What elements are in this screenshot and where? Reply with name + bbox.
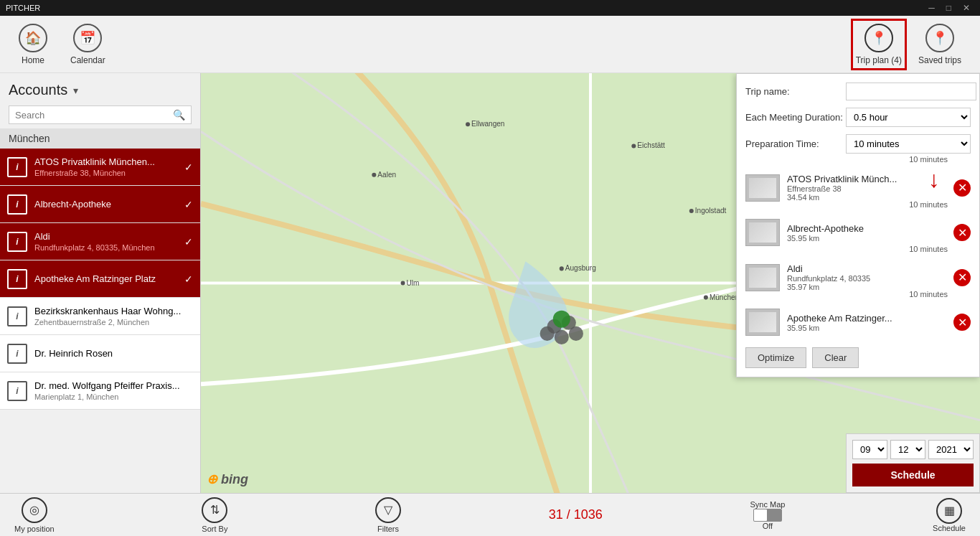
trip-name-input[interactable] (846, 83, 976, 100)
svg-text:Augsburg: Augsburg (565, 264, 596, 272)
filters-icon: ▽ (375, 497, 401, 523)
schedule-label: Schedule (933, 524, 966, 532)
accounts-title: Accounts (9, 82, 67, 98)
account-subtitle: Zehentbauernstraße 2, München (34, 318, 193, 326)
svg-text:Ulm: Ulm (407, 279, 420, 287)
svg-point-9 (689, 209, 694, 213)
account-name: Apotheke Am Ratzinger Platz (34, 273, 180, 284)
maximize-btn[interactable]: □ (942, 3, 956, 13)
schedule-button[interactable]: Schedule (852, 464, 974, 486)
entry-remove-button[interactable]: ✕ (953, 224, 971, 241)
sync-knob (754, 509, 767, 521)
list-item[interactable]: i Bezirkskrankenhaus Haar Wohng... Zehen… (0, 298, 200, 335)
list-item[interactable]: i Aldi Rundfunkplatz 4, 80335, München ✓ (0, 223, 200, 260)
account-name: ATOS Privatklinik München... (34, 156, 180, 167)
nav-trip-plan-label: Trip plan (4) (856, 55, 902, 65)
account-subtitle: Rundfunkplatz 4, 80335, München (34, 243, 180, 252)
search-icon[interactable]: 🔍 (173, 109, 185, 121)
entry-minutes: 10 minutes (909, 200, 948, 209)
month-select[interactable]: 01020304 05060708 09101112 (852, 440, 887, 459)
content-area: Accounts ▾ 🔍 München i ATOS Privatklinik… (0, 73, 980, 493)
svg-point-19 (555, 330, 569, 344)
sync-map-state: Off (763, 522, 773, 530)
year-select[interactable]: 2020202120222023 (928, 440, 974, 459)
entry-remove-button[interactable]: ✕ (953, 314, 971, 331)
account-name: Bezirkskrankenhaus Haar Wohng... (34, 306, 193, 316)
app-title: PITCHER (6, 4, 924, 12)
optimize-button[interactable]: Optimize (745, 347, 806, 368)
entry-name: Aldi (787, 263, 949, 274)
info-icon: i (7, 269, 27, 289)
filters-nav[interactable]: ▽ Filters (375, 497, 401, 533)
info-icon: i (7, 344, 27, 364)
sync-map: Sync Map Off (750, 500, 785, 530)
svg-text:Ingolstadt: Ingolstadt (695, 207, 727, 215)
account-name: Aldi (34, 231, 180, 242)
info-icon: i (7, 306, 27, 326)
account-subtitle: Marienplatz 1, München (34, 392, 193, 401)
schedule-dropdowns: 01020304 05060708 09101112 01020304 0506… (852, 440, 974, 459)
nav-home[interactable]: 🏠 Home (7, 18, 59, 71)
svg-point-15 (704, 296, 708, 300)
list-item[interactable]: i ATOS Privatklinik München... Effnerstr… (0, 149, 200, 186)
list-item[interactable]: i Apotheke Am Ratzinger Platz ✓ (0, 260, 200, 298)
clear-button[interactable]: Clear (812, 347, 859, 368)
list-item[interactable]: i Dr. Heinrich Rosen (0, 335, 200, 372)
info-icon: i (7, 157, 27, 177)
svg-point-5 (372, 173, 376, 177)
entry-name: Apotheke Am Ratzinger... (787, 313, 949, 324)
entry-name: ATOS Privatklinik Münch... (787, 174, 949, 184)
svg-text:Aalen: Aalen (377, 171, 396, 179)
accounts-header: Accounts ▾ (0, 73, 200, 101)
info-icon: i (7, 232, 27, 252)
entry-minutes: 10 minutes (909, 155, 948, 164)
nav-trip-plan[interactable]: 📍 Trip plan (4) (851, 19, 907, 70)
schedule-panel: 01020304 05060708 09101112 01020304 0506… (846, 433, 980, 493)
entry-thumbnail (745, 264, 780, 291)
svg-point-20 (540, 326, 555, 341)
sort-by-label: Sort By (202, 525, 227, 533)
account-text: Aldi Rundfunkplatz 4, 80335, München (34, 231, 180, 252)
saved-trips-icon: 📍 (925, 24, 954, 52)
sync-toggle[interactable] (753, 509, 782, 522)
minimize-btn[interactable]: ─ (924, 3, 939, 13)
trip-name-row: Trip name: Save (745, 83, 971, 100)
sort-by-nav[interactable]: ⇅ Sort By (202, 497, 227, 533)
entry-address: Rundfunkplatz 4, 80335 (787, 274, 949, 283)
list-item[interactable]: i Albrecht-Apotheke ✓ (0, 186, 200, 223)
svg-point-21 (569, 326, 583, 341)
day-select[interactable]: 01020304 05060708 09101112 (890, 440, 925, 459)
entry-remove-button[interactable]: ✕ (953, 269, 971, 286)
trip-name-label: Trip name: (745, 86, 846, 97)
sync-map-label: Sync Map (750, 500, 785, 509)
entry-thumbnail (745, 309, 780, 336)
close-btn[interactable]: ✕ (958, 3, 974, 13)
schedule-nav[interactable]: ▦ Schedule (933, 498, 966, 532)
nav-saved-trips[interactable]: 📍 Saved trips (907, 18, 973, 71)
account-name: Dr. med. Wolfgang Pfeiffer Praxis... (34, 380, 193, 391)
search-input[interactable] (15, 110, 173, 121)
svg-point-13 (560, 266, 564, 271)
my-position-nav[interactable]: ◎ My position (14, 497, 55, 533)
svg-text:Eichstätt: Eichstätt (637, 141, 665, 149)
window-controls[interactable]: ─ □ ✕ (924, 3, 974, 13)
prep-time-row: Preparation Time: 5 minutes 10 minutes 1… (745, 134, 971, 154)
schedule-icon: ▦ (936, 498, 962, 524)
account-text: Dr. med. Wolfgang Pfeiffer Praxis... Mar… (34, 380, 193, 401)
account-subtitle: Effnerstraße 38, München (34, 169, 180, 177)
entry-remove-button[interactable]: ✕ (953, 179, 971, 197)
top-nav: 🏠 Home 📅 Calendar 📍 Trip plan (4) 📍 Save… (0, 16, 980, 73)
trip-plan-icon: 📍 (864, 24, 893, 52)
prep-time-select[interactable]: 5 minutes 10 minutes 15 minutes 30 minut… (846, 134, 971, 154)
nav-home-label: Home (22, 55, 44, 65)
home-icon: 🏠 (19, 24, 47, 52)
entry-info: Apotheke Am Ratzinger... 35.95 km (787, 313, 949, 332)
title-bar: PITCHER ─ □ ✕ (0, 0, 980, 16)
entry-info: ATOS Privatklinik Münch... Effnerstraße … (787, 174, 949, 202)
meeting-duration-select[interactable]: 0.5 hour 1 hour 1.5 hours 2 hours (846, 108, 971, 127)
bing-logo: ⊕ bing (207, 471, 248, 487)
accounts-chevron-icon[interactable]: ▾ (73, 85, 78, 96)
city-header: München (0, 128, 200, 149)
nav-calendar[interactable]: 📅 Calendar (59, 18, 117, 71)
list-item[interactable]: i Dr. med. Wolfgang Pfeiffer Praxis... M… (0, 372, 200, 410)
